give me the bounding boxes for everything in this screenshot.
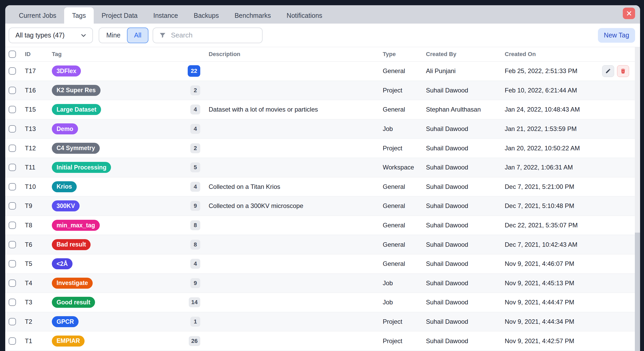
tab-bar: Current JobsTagsProject DataInstanceBack… (5, 5, 640, 24)
table-row[interactable]: T11 Initial Processing 5 Workspace Suhai… (5, 158, 640, 177)
row-created-by: Suhail Dawood (426, 202, 505, 210)
tag-count-badge: 2 (190, 143, 200, 153)
row-id: T12 (25, 145, 52, 152)
table-row[interactable]: T10 Krios 4 Collected on a Titan Krios G… (5, 177, 640, 197)
table-row[interactable]: T3 Good result 14 Job Suhail Dawood Nov … (5, 293, 640, 312)
row-type: General (383, 222, 426, 229)
tag-pill: Initial Processing (52, 162, 111, 173)
column-header-description: Description (200, 51, 383, 58)
new-tag-button[interactable]: New Tag (598, 28, 635, 43)
row-checkbox[interactable] (9, 222, 16, 229)
row-description: Dataset with a lot of movies or particle… (200, 106, 383, 113)
tag-count-badge: 2 (190, 85, 200, 95)
column-header-created-by: Created By (426, 51, 505, 58)
row-created-by: Suhail Dawood (426, 125, 505, 133)
row-created-on: Jan 20, 2022, 10:50:22 AM (505, 145, 602, 152)
row-type: Project (383, 337, 426, 345)
tag-count-badge: 22 (188, 65, 200, 77)
table-row[interactable]: T8 min_max_tag 8 General Suhail Dawood D… (5, 216, 640, 235)
column-header-id: ID (25, 51, 52, 58)
scope-segmented-control: Mine All (99, 28, 148, 43)
table-row[interactable]: T1 EMPIAR 26 Project Suhail Dawood Nov 9… (5, 331, 640, 351)
tab-tags[interactable]: Tags (64, 7, 94, 24)
row-id: T17 (25, 67, 52, 75)
vertical-scrollbar-track[interactable] (635, 47, 640, 351)
tab-notifications[interactable]: Notifications (279, 7, 330, 24)
close-button[interactable] (623, 8, 635, 19)
row-id: T3 (25, 299, 52, 306)
row-checkbox[interactable] (9, 241, 16, 248)
delete-tag-button[interactable] (617, 65, 629, 77)
row-checkbox[interactable] (9, 318, 16, 325)
tab-current-jobs[interactable]: Current Jobs (11, 7, 64, 24)
scope-option-all[interactable]: All (127, 28, 148, 43)
row-checkbox[interactable] (9, 202, 16, 210)
table-row[interactable]: T6 Bad result 8 General Suhail Dawood De… (5, 235, 640, 254)
row-checkbox[interactable] (9, 164, 16, 171)
row-checkbox[interactable] (9, 67, 16, 75)
table-row[interactable]: T12 C4 Symmetry 2 Project Suhail Dawood … (5, 139, 640, 158)
tab-project-data[interactable]: Project Data (94, 7, 146, 24)
tag-pill: Good result (52, 297, 95, 308)
tab-benchmarks[interactable]: Benchmarks (227, 7, 279, 24)
table-row[interactable]: T5 <2Å 4 General Suhail Dawood Nov 9, 20… (5, 254, 640, 274)
row-checkbox[interactable] (9, 299, 16, 306)
row-type: Job (383, 279, 426, 287)
row-checkbox[interactable] (9, 106, 16, 113)
tag-count-badge: 4 (190, 182, 200, 192)
row-created-by: Suhail Dawood (426, 145, 505, 152)
row-checkbox[interactable] (9, 279, 16, 287)
row-id: T16 (25, 87, 52, 94)
row-type: Job (383, 299, 426, 306)
vertical-scrollbar-thumb[interactable] (635, 233, 640, 351)
tag-pill: EMPIAR (52, 336, 85, 347)
row-created-on: Nov 9, 2021, 4:46:07 PM (505, 260, 602, 267)
row-id: T10 (25, 183, 52, 190)
row-created-by: Suhail Dawood (426, 279, 505, 287)
row-checkbox[interactable] (9, 183, 16, 190)
row-id: T15 (25, 106, 52, 113)
row-created-on: Jan 21, 2022, 1:53:59 PM (505, 125, 602, 133)
tag-count-badge: 1 (190, 317, 200, 327)
table-row[interactable]: T17 3DFlex 22 General Ali Punjani Feb 25… (5, 62, 640, 81)
row-checkbox[interactable] (9, 145, 16, 152)
row-checkbox[interactable] (9, 337, 16, 345)
tag-count-badge: 4 (190, 105, 200, 114)
row-created-by: Suhail Dawood (426, 222, 505, 229)
tag-pill: <2Å (52, 258, 73, 269)
table-row[interactable]: T2 GPCR 1 Project Suhail Dawood Nov 9, 2… (5, 312, 640, 332)
tab-backups[interactable]: Backups (186, 7, 227, 24)
table-row[interactable]: T15 Large Dataset 4 Dataset with a lot o… (5, 100, 640, 119)
row-created-on: Jan 24, 2022, 10:48:43 AM (505, 106, 602, 113)
scope-option-mine[interactable]: Mine (99, 28, 127, 43)
row-created-by: Suhail Dawood (426, 260, 505, 267)
row-created-by: Stephan Arulthasan (426, 106, 505, 113)
edit-tag-button[interactable] (602, 65, 614, 77)
row-id: T11 (25, 164, 52, 171)
row-checkbox[interactable] (9, 125, 16, 133)
table-row[interactable]: T9 300KV 9 Collected on a 300KV microsco… (5, 196, 640, 216)
row-type: General (383, 67, 426, 75)
table-row[interactable]: T16 K2 Super Res 2 Project Suhail Dawood… (5, 81, 640, 100)
search-input[interactable] (171, 31, 256, 39)
tab-instance[interactable]: Instance (146, 7, 186, 24)
row-checkbox[interactable] (9, 87, 16, 94)
select-all-checkbox[interactable] (9, 51, 16, 58)
row-id: T9 (25, 202, 52, 210)
pencil-icon (605, 68, 611, 74)
row-id: T1 (25, 337, 52, 345)
app-background: Current JobsTagsProject DataInstanceBack… (0, 0, 644, 351)
row-description: Collected on a Titan Krios (200, 183, 383, 190)
row-created-on: Dec 7, 2021, 10:42:43 AM (505, 241, 602, 248)
table-row[interactable]: T4 Investigate 9 Job Suhail Dawood Nov 9… (5, 274, 640, 293)
table-row[interactable]: T13 Demo 4 Job Suhail Dawood Jan 21, 202… (5, 119, 640, 139)
row-id: T13 (25, 125, 52, 133)
row-checkbox[interactable] (9, 260, 16, 267)
tag-count-badge: 9 (190, 278, 200, 288)
tag-count-badge: 14 (189, 297, 200, 307)
row-created-by: Suhail Dawood (426, 318, 505, 325)
row-actions (602, 65, 640, 77)
close-icon (626, 10, 632, 16)
tag-pill: Krios (52, 181, 77, 192)
tag-type-dropdown[interactable]: All tag types (47) (9, 28, 93, 43)
